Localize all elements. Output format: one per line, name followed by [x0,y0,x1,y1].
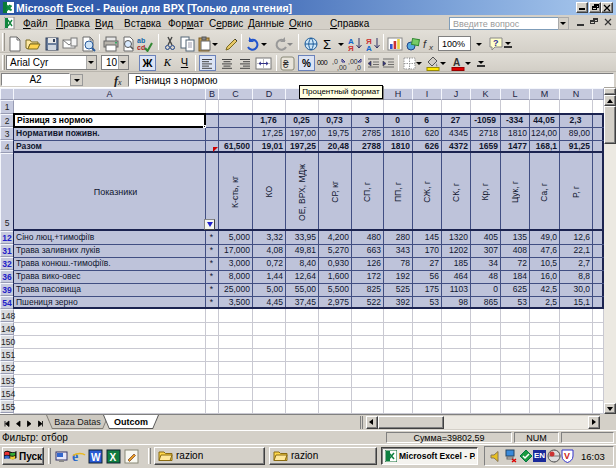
svg-text:X: X [110,452,117,463]
svg-text:,00: ,00 [337,64,347,71]
svg-text:Я: Я [348,44,354,52]
svg-text:ab: ab [137,37,145,44]
svg-text:x: x [428,43,434,52]
svg-text:f: f [423,38,427,50]
svg-text:А: А [453,57,460,68]
svg-text:А: А [366,44,372,52]
svg-text:cd: cd [137,44,145,51]
svg-text:Σ: Σ [323,37,331,52]
svg-text:?: ? [493,38,499,48]
svg-text:V: V [564,451,570,461]
svg-text:,0: ,0 [355,64,361,71]
svg-text:₴: ₴ [283,59,289,70]
svg-text:W: W [91,452,101,463]
svg-text:e: e [72,449,78,464]
